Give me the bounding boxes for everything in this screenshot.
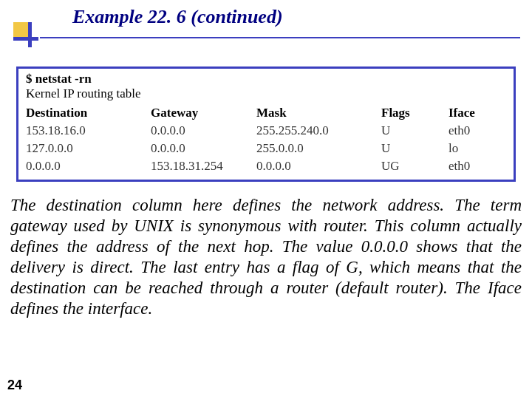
cell-gateway: 0.0.0.0 — [151, 140, 256, 157]
col-header-destination: Destination — [26, 104, 151, 122]
routing-table: Destination Gateway Mask Flags Iface 153… — [26, 104, 506, 175]
col-header-iface: Iface — [449, 104, 506, 122]
slide-title: Example 22. 6 (continued) — [72, 6, 532, 28]
cell-destination: 0.0.0.0 — [26, 157, 151, 175]
page-number: 24 — [7, 378, 22, 393]
col-header-gateway: Gateway — [151, 104, 256, 122]
table-row: 127.0.0.0 0.0.0.0 255.0.0.0 U lo — [26, 140, 506, 157]
terminal-caption: Kernel IP routing table — [26, 86, 506, 101]
cell-mask: 255.0.0.0 — [256, 140, 381, 157]
cell-destination: 153.18.16.0 — [26, 122, 151, 140]
explanation-paragraph: The destination column here defines the … — [10, 195, 522, 319]
cell-flags: U — [381, 122, 449, 140]
table-row: 0.0.0.0 153.18.31.254 0.0.0.0 UG eth0 — [26, 157, 506, 175]
title-underline — [40, 37, 520, 38]
bullet-icon — [13, 22, 38, 47]
table-row: 153.18.16.0 0.0.0.0 255.255.240.0 U eth0 — [26, 122, 506, 140]
cell-iface: eth0 — [449, 122, 506, 140]
cell-flags: UG — [381, 157, 449, 175]
table-header-row: Destination Gateway Mask Flags Iface — [26, 104, 506, 122]
cell-gateway: 153.18.31.254 — [151, 157, 256, 175]
cell-iface: lo — [449, 140, 506, 157]
routing-table-frame: $ netstat -rn Kernel IP routing table De… — [16, 66, 516, 182]
col-header-flags: Flags — [381, 104, 449, 122]
cell-flags: U — [381, 140, 449, 157]
cell-mask: 0.0.0.0 — [256, 157, 381, 175]
slide-header: Example 22. 6 (continued) — [0, 0, 532, 53]
terminal-command: $ netstat -rn — [26, 72, 506, 86]
cell-gateway: 0.0.0.0 — [151, 122, 256, 140]
cell-mask: 255.255.240.0 — [256, 122, 381, 140]
cell-iface: eth0 — [449, 157, 506, 175]
cell-destination: 127.0.0.0 — [26, 140, 151, 157]
col-header-mask: Mask — [256, 104, 381, 122]
